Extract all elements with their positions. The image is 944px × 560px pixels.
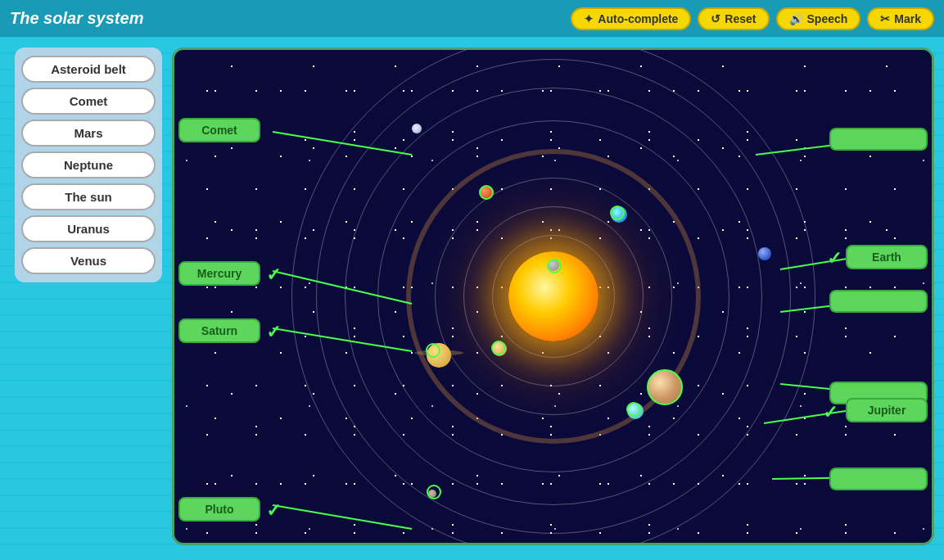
word-uranus[interactable]: Uranus: [21, 215, 156, 242]
jupiter-circle: [647, 369, 683, 405]
label-jupiter[interactable]: Jupiter: [846, 398, 928, 422]
pluto-circle: [427, 485, 441, 499]
mark-icon: ✂: [880, 12, 890, 25]
planet-neptune: [758, 247, 771, 260]
answer-right-1[interactable]: [829, 290, 928, 313]
earth-circle: [610, 205, 625, 220]
label-comet[interactable]: Comet: [178, 118, 260, 142]
check-mercury: ✓: [266, 264, 281, 286]
word-venus[interactable]: Venus: [21, 247, 156, 274]
uranus-circle: [626, 402, 641, 417]
answer-right-3[interactable]: [829, 467, 928, 490]
word-comet[interactable]: Comet: [21, 88, 156, 115]
reset-icon: ↺: [711, 12, 720, 25]
speech-button[interactable]: 🔊 Speech: [776, 7, 861, 30]
answer-top-right[interactable]: [829, 128, 928, 151]
check-pluto: ✓: [266, 500, 281, 522]
auto-complete-button[interactable]: ✦ Auto-complete: [571, 7, 691, 30]
word-the-sun[interactable]: The sun: [21, 183, 156, 210]
header: The solar system ✦ Auto-complete ↺ Reset…: [0, 0, 944, 37]
check-saturn: ✓: [266, 322, 281, 343]
svg-line-3: [273, 505, 412, 529]
solar-diagram: Comet Mercury ✓ Saturn ✓ Pluto ✓ Earth ✓…: [172, 47, 934, 545]
label-pluto[interactable]: Pluto: [178, 497, 260, 522]
word-bank: Asteroid belt Comet Mars Neptune The sun…: [15, 47, 162, 282]
check-earth: ✓: [827, 248, 842, 269]
mark-button[interactable]: ✂ Mark: [867, 7, 934, 30]
header-buttons: ✦ Auto-complete ↺ Reset 🔊 Speech ✂ Mark: [571, 7, 934, 30]
label-saturn[interactable]: Saturn: [178, 318, 260, 343]
word-neptune[interactable]: Neptune: [21, 151, 156, 178]
word-asteroid-belt[interactable]: Asteroid belt: [21, 56, 156, 83]
auto-complete-icon: ✦: [584, 12, 594, 25]
label-mercury[interactable]: Mercury: [178, 261, 260, 286]
word-mars[interactable]: Mars: [21, 120, 156, 147]
mercury-circle: [547, 259, 562, 273]
check-jupiter: ✓: [823, 402, 838, 423]
page-title: The solar system: [10, 9, 143, 28]
mars-circle: [479, 185, 494, 200]
planet-comet: [412, 124, 422, 133]
reset-button[interactable]: ↺ Reset: [698, 7, 769, 30]
label-earth[interactable]: Earth: [846, 245, 928, 269]
speech-icon: 🔊: [789, 12, 803, 25]
saturn-circle: [426, 343, 440, 358]
venus-circle: [491, 341, 506, 355]
